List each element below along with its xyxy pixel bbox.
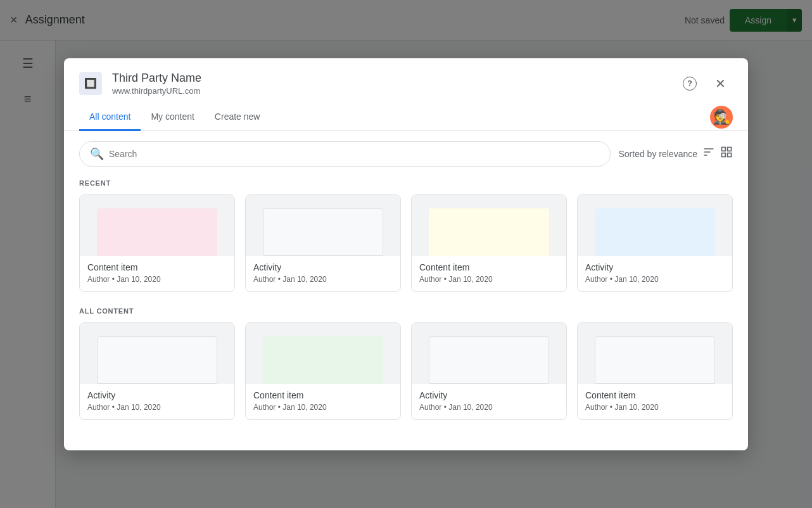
card-thumbnail [246, 323, 400, 384]
svg-rect-5 [722, 153, 726, 157]
all-content-label: ALL CONTENT [79, 307, 733, 315]
all-content-grid: Activity Author • Jan 10, 2020 Content i… [79, 322, 733, 420]
card-thumbnail [246, 195, 400, 256]
card-thumbnail [412, 323, 566, 384]
card-thumbnail [578, 323, 732, 384]
thumb-color [429, 208, 549, 256]
tab-create-new[interactable]: Create new [205, 104, 270, 131]
grid-view-icon[interactable] [720, 146, 733, 162]
content-card[interactable]: Content item Author • Jan 10, 2020 [577, 322, 733, 420]
card-title: Activity [419, 390, 559, 400]
logo-icon: 🔲 [84, 77, 97, 89]
card-meta: Author • Jan 10, 2020 [585, 275, 725, 284]
sort-label: Sorted by relevance [618, 149, 697, 159]
thumb-color [263, 208, 383, 256]
card-meta: Author • Jan 10, 2020 [87, 403, 227, 412]
card-meta: Author • Jan 10, 2020 [419, 275, 559, 284]
content-card[interactable]: Activity Author • Jan 10, 2020 [245, 194, 401, 292]
card-info: Content item Author • Jan 10, 2020 [578, 384, 732, 419]
card-thumbnail [578, 195, 732, 256]
card-thumbnail [80, 195, 234, 256]
card-meta: Author • Jan 10, 2020 [585, 403, 725, 412]
search-input[interactable] [109, 149, 600, 159]
thumb-color [595, 336, 715, 384]
card-info: Activity Author • Jan 10, 2020 [80, 384, 234, 419]
card-title: Activity [253, 262, 393, 272]
card-meta: Author • Jan 10, 2020 [253, 275, 393, 284]
help-button[interactable]: ? [677, 71, 702, 96]
user-avatar[interactable]: 🕵️ [710, 106, 733, 129]
card-info: Activity Author • Jan 10, 2020 [246, 256, 400, 291]
all-content-section: ALL CONTENT Activity Author • Jan 10, 20… [79, 307, 733, 420]
recent-label: RECENT [79, 179, 733, 187]
modal-header: 🔲 Third Party Name www.thirdpartyURL.com… [64, 58, 748, 104]
card-info: Activity Author • Jan 10, 2020 [412, 384, 566, 419]
content-card[interactable]: Content item Author • Jan 10, 2020 [245, 322, 401, 420]
svg-rect-6 [728, 153, 732, 157]
tab-my-content[interactable]: My content [141, 104, 204, 131]
card-thumbnail [80, 323, 234, 384]
content-card[interactable]: Activity Author • Jan 10, 2020 [79, 322, 235, 420]
card-meta: Author • Jan 10, 2020 [253, 403, 393, 412]
search-row: 🔍 Sorted by relevance [79, 141, 733, 167]
modal-overlay: 🔲 Third Party Name www.thirdpartyURL.com… [0, 0, 812, 508]
help-icon: ? [683, 77, 697, 91]
card-info: Content item Author • Jan 10, 2020 [80, 256, 234, 291]
content-picker-modal: 🔲 Third Party Name www.thirdpartyURL.com… [64, 58, 748, 450]
card-title: Activity [585, 262, 725, 272]
thumb-color [97, 336, 217, 384]
modal-header-icons: ? ✕ [677, 71, 733, 96]
card-thumbnail [412, 195, 566, 256]
content-card[interactable]: Activity Author • Jan 10, 2020 [577, 194, 733, 292]
thumb-color [595, 208, 715, 256]
modal-body: 🔍 Sorted by relevance RECENT [64, 131, 748, 450]
tab-all-content[interactable]: All content [79, 104, 141, 131]
card-title: Content item [253, 390, 393, 400]
card-title: Content item [419, 262, 559, 272]
card-info: Content item Author • Jan 10, 2020 [246, 384, 400, 419]
content-card[interactable]: Content item Author • Jan 10, 2020 [79, 194, 235, 292]
svg-rect-4 [728, 148, 732, 151]
modal-close-button[interactable]: ✕ [707, 71, 733, 96]
search-meta: Sorted by relevance [618, 146, 733, 162]
card-info: Activity Author • Jan 10, 2020 [578, 256, 732, 291]
modal-logo: 🔲 [79, 72, 102, 95]
card-title: Content item [585, 390, 725, 400]
content-card[interactable]: Content item Author • Jan 10, 2020 [411, 194, 567, 292]
recent-section: RECENT Content item Author • Jan 10, 202… [79, 179, 733, 292]
card-info: Content item Author • Jan 10, 2020 [412, 256, 566, 291]
card-meta: Author • Jan 10, 2020 [419, 403, 559, 412]
content-card[interactable]: Activity Author • Jan 10, 2020 [411, 322, 567, 420]
close-icon: ✕ [715, 76, 726, 91]
avatar-icon: 🕵️ [713, 106, 730, 129]
thumb-color [429, 336, 549, 384]
card-meta: Author • Jan 10, 2020 [87, 275, 227, 284]
thumb-color [97, 208, 217, 256]
recent-grid: Content item Author • Jan 10, 2020 Activ… [79, 194, 733, 292]
svg-rect-3 [722, 148, 726, 151]
modal-title-group: Third Party Name www.thirdpartyURL.com [112, 72, 677, 96]
card-title: Activity [87, 390, 227, 400]
modal-tabs: All content My content Create new 🕵️ [64, 104, 748, 131]
modal-title: Third Party Name [112, 72, 677, 85]
modal-subtitle: www.thirdpartyURL.com [112, 86, 677, 96]
thumb-color [263, 336, 383, 384]
sort-icon[interactable] [702, 146, 715, 162]
search-icon: 🔍 [90, 147, 104, 161]
search-bar[interactable]: 🔍 [79, 141, 611, 167]
card-title: Content item [87, 262, 227, 272]
